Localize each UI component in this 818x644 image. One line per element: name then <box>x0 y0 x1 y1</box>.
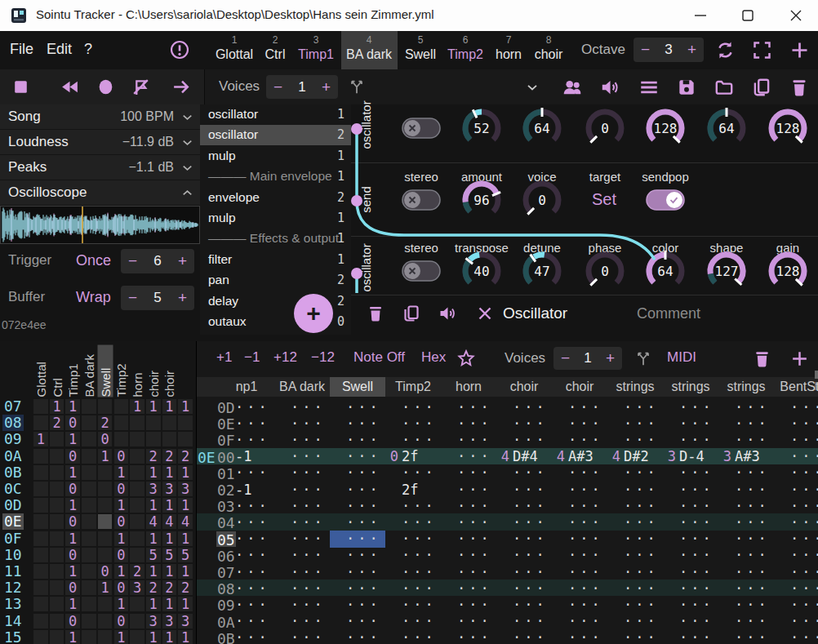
menu-item-help[interactable]: ? <box>84 41 92 58</box>
pattern-cell[interactable]: ··· <box>385 629 441 644</box>
pattern-cell[interactable]: ··· <box>774 513 818 531</box>
order-cell[interactable]: 4 <box>178 514 193 529</box>
pattern-cell[interactable]: ··· <box>385 415 441 432</box>
order-cell[interactable] <box>82 597 96 611</box>
order-cell[interactable]: 1 <box>178 399 193 414</box>
order-cell[interactable]: 2 <box>162 449 177 464</box>
order-cell[interactable] <box>178 415 193 430</box>
pattern-cell[interactable]: ··· <box>774 497 818 514</box>
add-unit-button[interactable]: + <box>294 294 333 333</box>
order-cell[interactable]: 1 <box>50 399 64 414</box>
order-cell[interactable] <box>50 514 64 529</box>
pattern-cell[interactable]: ··· <box>607 563 663 580</box>
order-cell[interactable] <box>130 548 144 562</box>
order-cell[interactable]: 0 <box>65 514 80 529</box>
pattern-track-header-strings[interactable]: strings <box>718 377 774 397</box>
order-cell[interactable] <box>50 432 64 446</box>
order-cell[interactable] <box>33 482 48 496</box>
track-tab-glottal[interactable]: 1Glottal <box>213 31 256 69</box>
pattern-cell[interactable]: ··· <box>330 513 385 531</box>
track-tab-ctrl[interactable]: 2Ctrl <box>257 31 293 69</box>
order-cell[interactable]: 1 <box>178 531 193 546</box>
close-button[interactable] <box>777 0 815 31</box>
pattern-button-−12[interactable]: −12 <box>311 349 335 366</box>
order-cell[interactable]: 1 <box>178 498 193 513</box>
pattern-cell[interactable]: ··· <box>496 415 552 432</box>
order-cell[interactable] <box>33 399 48 414</box>
pattern-cell[interactable]: ··· <box>441 398 496 415</box>
pattern-cell[interactable]: ··· <box>385 531 441 548</box>
panel-row-song[interactable]: Song100 BPM <box>0 104 200 129</box>
pattern-cell[interactable]: 2f <box>385 481 441 498</box>
knob-param3[interactable]: 0 <box>582 105 628 151</box>
order-cell[interactable]: 1 <box>114 531 129 546</box>
knob-param5[interactable]: 64 <box>704 105 749 151</box>
pattern-cell[interactable]: ··· <box>274 431 330 448</box>
pattern-cell[interactable]: ··· <box>607 596 663 613</box>
order-cell[interactable] <box>33 548 48 562</box>
order-cell[interactable] <box>82 482 96 496</box>
order-cell[interactable]: 1 <box>162 630 177 644</box>
order-cell[interactable] <box>130 482 144 496</box>
pattern-cell[interactable]: ··· <box>718 563 774 580</box>
pattern-cell[interactable]: ··· <box>330 531 385 548</box>
pattern-cell[interactable]: ··· <box>330 464 385 482</box>
pattern-cell[interactable]: ··· <box>441 563 496 580</box>
voices-decrement-button[interactable]: − <box>266 78 290 96</box>
pattern-track-header-bentstr[interactable]: BentStr <box>774 377 818 397</box>
pattern-cell[interactable]: ··· <box>441 531 496 548</box>
pattern-cell[interactable]: ··· <box>441 431 496 448</box>
arrow-right-icon[interactable] <box>171 77 192 97</box>
pattern-cell[interactable]: ··· <box>607 481 663 498</box>
trigger-minus-button[interactable]: − <box>121 252 144 270</box>
pattern-cell[interactable]: ··· <box>496 596 552 613</box>
order-column-header-choir[interactable]: choir <box>145 345 161 398</box>
order-cell[interactable]: 5 <box>146 548 161 562</box>
pattern-cell[interactable]: ··· <box>496 513 552 531</box>
pattern-cell[interactable]: ··· <box>330 398 385 415</box>
pattern-cell[interactable]: ··· <box>607 415 663 432</box>
pattern-cell[interactable]: ··· <box>441 497 496 514</box>
order-cell[interactable]: 0 <box>65 548 80 562</box>
order-cell[interactable] <box>33 564 48 579</box>
pattern-cell[interactable]: ··· <box>552 596 607 613</box>
track-tab-ba-dark[interactable]: 4BA dark <box>341 31 398 69</box>
pattern-cell[interactable]: ··· <box>663 563 718 580</box>
pattern-cell[interactable]: ··· <box>663 613 718 630</box>
pattern-track-header-choir[interactable]: choir <box>496 377 552 397</box>
pattern-cell[interactable]: ··· <box>552 497 607 514</box>
comment-field[interactable]: Comment <box>637 305 700 322</box>
order-cell[interactable]: 1 <box>146 399 161 414</box>
order-cell[interactable]: 1 <box>162 498 177 513</box>
knob-param2[interactable]: 64 <box>519 105 565 151</box>
order-cell[interactable]: 2 <box>130 564 144 579</box>
knob-shape[interactable]: 127 <box>704 248 749 294</box>
trash-icon[interactable] <box>789 77 810 98</box>
pattern-cell[interactable]: ··· <box>607 547 663 564</box>
order-cell[interactable]: 4 <box>162 514 177 529</box>
order-cell[interactable]: 2 <box>178 449 193 464</box>
pattern-cell[interactable]: ··· <box>496 629 552 644</box>
pattern-cell[interactable]: ··· <box>552 613 607 630</box>
pattern-cell[interactable]: ··· <box>774 596 818 613</box>
unit-list-item--main-envelope[interactable]: ——— Main envelope1 <box>200 167 351 187</box>
order-cell[interactable] <box>82 465 96 480</box>
order-cell[interactable] <box>162 432 177 446</box>
order-cell[interactable]: 1 <box>146 564 161 579</box>
order-cell[interactable] <box>33 498 48 513</box>
unit-list-item--effects-output[interactable]: ——— Effects & output1 <box>200 229 351 249</box>
order-cell[interactable] <box>50 465 64 480</box>
pattern-cell[interactable]: ··· <box>774 547 818 564</box>
exclamation-circle-icon[interactable] <box>169 39 190 60</box>
order-cell[interactable] <box>130 449 144 464</box>
track-tab-timp1[interactable]: 3Timp1 <box>295 31 337 69</box>
order-cell[interactable] <box>33 415 48 430</box>
pattern-cell[interactable]: ··· <box>607 629 663 644</box>
pattern-cell[interactable]: ··· <box>774 448 818 465</box>
loop-icon[interactable] <box>714 39 736 61</box>
order-cell[interactable]: 1 <box>33 432 48 446</box>
pattern-cell[interactable]: ··· <box>274 531 330 548</box>
pattern-track-header-horn[interactable]: horn <box>441 377 496 397</box>
pattern-cell[interactable]: 4A#3 <box>552 448 607 465</box>
order-cell[interactable] <box>130 630 144 644</box>
